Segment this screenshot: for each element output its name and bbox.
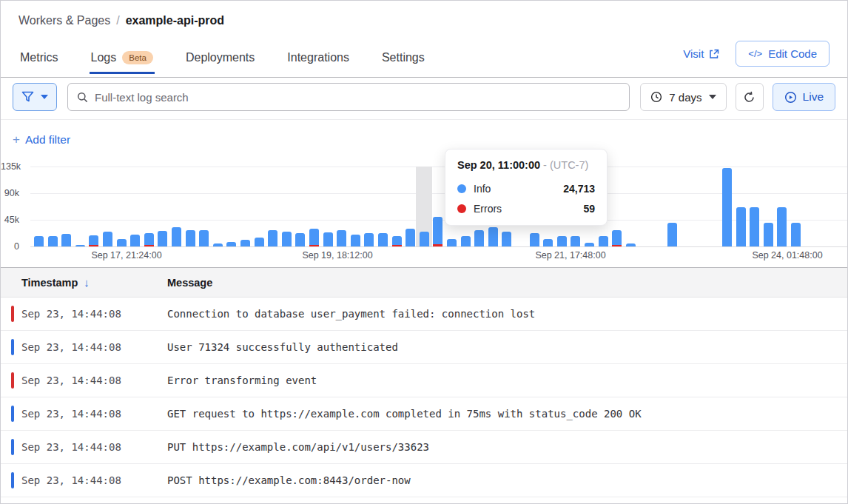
chart-bar[interactable] (791, 223, 801, 246)
tab-deployments[interactable]: Deployments (184, 47, 256, 74)
chart-bar[interactable] (571, 236, 580, 246)
chart-bar[interactable] (667, 223, 677, 246)
add-filter-button[interactable]: + Add filter (13, 132, 70, 147)
log-row[interactable]: Sep 23, 14:44:08User 71324 successfully … (1, 331, 847, 364)
column-header-message[interactable]: Message (167, 277, 212, 289)
error-dot-icon (457, 204, 466, 213)
chart-bar[interactable] (364, 233, 374, 246)
chevron-down-icon (709, 95, 716, 99)
chart-bar[interactable] (626, 243, 636, 246)
chart-bar[interactable] (130, 235, 140, 246)
chart-bar[interactable] (186, 230, 195, 246)
tab-settings[interactable]: Settings (380, 47, 426, 74)
live-label: Live (803, 90, 824, 104)
chart-bar[interactable] (502, 232, 511, 246)
chart-bar[interactable] (543, 239, 553, 246)
chart-bar[interactable] (599, 236, 608, 246)
chart-bar[interactable] (89, 235, 98, 246)
tab-metrics[interactable]: Metrics (18, 47, 60, 74)
chart-bar[interactable] (158, 231, 167, 246)
y-axis-tick: 90k (1, 188, 25, 198)
chart-bar[interactable] (48, 236, 58, 246)
log-search[interactable] (67, 83, 630, 111)
breadcrumb-root[interactable]: Workers & Pages (18, 14, 110, 27)
search-input[interactable] (95, 91, 620, 104)
info-level-marker (11, 406, 14, 422)
tab-logs[interactable]: Logs Beta (90, 47, 155, 74)
chart-bar[interactable] (557, 236, 567, 246)
x-axis-tick: Sep 24, 01:48:00 (752, 250, 822, 261)
chart-bar[interactable] (323, 232, 333, 246)
log-volume-chart[interactable]: 135k90k45k0Sep 17, 21:24:00Sep 19, 18:12… (1, 158, 847, 267)
chart-bar[interactable] (433, 217, 442, 246)
chart-bar[interactable] (474, 230, 484, 246)
chart-bar[interactable] (295, 233, 305, 246)
log-row[interactable]: Sep 23, 14:44:08Error transforming event (1, 364, 847, 397)
tab-integrations[interactable]: Integrations (286, 47, 351, 74)
chart-bar[interactable] (764, 223, 773, 246)
tooltip-timezone: (UTC-7) (550, 159, 588, 171)
clock-icon (650, 91, 662, 103)
column-header-timestamp[interactable]: Timestamp ↓ (1, 276, 167, 289)
log-message: User 71324 successfully authenticated (167, 341, 398, 353)
log-timestamp: Sep 23, 14:44:08 (21, 308, 167, 320)
chart-bar[interactable] (199, 230, 209, 246)
chart-bar[interactable] (406, 229, 415, 246)
log-table-body: Sep 23, 14:44:08Connection to database u… (1, 298, 847, 497)
chart-bar[interactable] (61, 234, 71, 246)
breadcrumb: Workers & Pages / example-api-prod (18, 14, 830, 27)
chart-bar[interactable] (351, 235, 360, 246)
chart-bar[interactable] (777, 207, 787, 246)
edit-code-button[interactable]: </> Edit Code (736, 41, 830, 67)
chart-bar[interactable] (226, 242, 236, 246)
tooltip-title: Sep 20, 11:00:00 - (UTC-7) (457, 159, 595, 171)
chart-bar[interactable] (750, 207, 759, 246)
refresh-button[interactable] (736, 83, 764, 111)
filter-menu-button[interactable] (13, 83, 57, 111)
chart-bar[interactable] (144, 233, 154, 246)
chart-bar[interactable] (420, 232, 429, 246)
play-circle-icon (784, 91, 797, 104)
chart-bar[interactable] (447, 239, 457, 246)
chart-bar[interactable] (172, 227, 181, 246)
chart-bar[interactable] (103, 232, 112, 246)
visit-link[interactable]: Visit (683, 47, 719, 60)
chart-bar[interactable] (722, 168, 732, 246)
chart-bar[interactable] (585, 243, 594, 246)
chart-bar[interactable] (337, 230, 346, 246)
live-button[interactable]: Live (773, 83, 835, 111)
chart-bar[interactable] (117, 239, 127, 246)
page-header: Workers & Pages / example-api-prod Metri… (1, 1, 847, 74)
tooltip-separator: - (543, 159, 547, 171)
chart-bar[interactable] (736, 207, 746, 246)
chart-bar[interactable] (461, 236, 471, 246)
log-row[interactable]: Sep 23, 14:44:08GET request to https://e… (1, 397, 847, 431)
log-timestamp: Sep 23, 14:44:08 (21, 374, 167, 386)
y-axis-tick: 135k (1, 161, 25, 172)
tooltip-errors-label: Errors (474, 203, 502, 215)
toolbar-right: 7 days Live (640, 83, 835, 111)
chart-bar[interactable] (255, 238, 264, 246)
log-table-header: Timestamp ↓ Message (1, 268, 847, 298)
log-row[interactable]: Sep 23, 14:44:08Connection to database u… (1, 298, 847, 331)
chart-bar[interactable] (75, 245, 85, 246)
chart-bar[interactable] (530, 233, 539, 246)
sort-desc-icon: ↓ (84, 276, 90, 289)
breadcrumb-current: example-api-prod (126, 14, 224, 27)
chart-bar[interactable] (612, 230, 622, 246)
chart-bar[interactable] (268, 230, 277, 246)
chart-bar-error-segment (612, 245, 622, 246)
log-row[interactable]: Sep 23, 14:44:08PUT https://example.com/… (1, 431, 847, 464)
add-filter-row: + Add filter (1, 120, 847, 158)
chart-bar[interactable] (378, 233, 388, 246)
log-row[interactable]: Sep 23, 14:44:08POST https://example.com… (1, 464, 847, 497)
chart-bar[interactable] (488, 227, 498, 246)
chart-bar[interactable] (392, 236, 402, 246)
chart-bar[interactable] (282, 232, 292, 246)
chart-bar[interactable] (240, 240, 250, 246)
time-range-dropdown[interactable]: 7 days (640, 83, 726, 111)
log-timestamp: Sep 23, 14:44:08 (21, 408, 167, 420)
chart-bar[interactable] (309, 229, 319, 246)
chart-bar[interactable] (213, 243, 223, 246)
chart-bar[interactable] (34, 236, 44, 246)
